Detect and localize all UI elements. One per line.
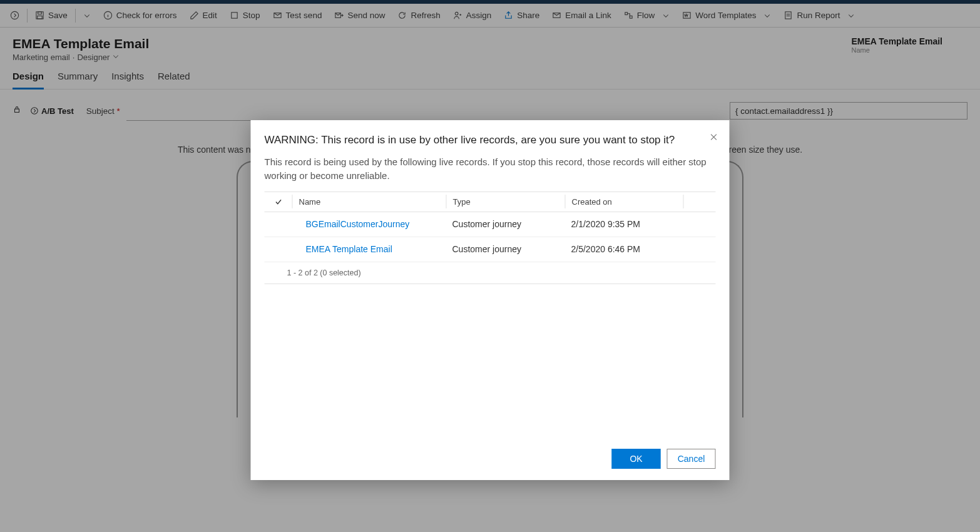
row-type: Customer journey xyxy=(446,244,565,254)
close-icon xyxy=(710,131,718,144)
select-all-column[interactable] xyxy=(265,198,292,206)
close-button[interactable] xyxy=(707,129,721,147)
table-row[interactable]: EMEA Template Email Customer journey 2/5… xyxy=(265,237,716,262)
row-type: Customer journey xyxy=(446,219,565,229)
grid-header: Name Type Created on xyxy=(265,192,716,212)
dialog-body: This record is being used by the followi… xyxy=(265,155,716,183)
row-created: 2/5/2020 6:46 PM xyxy=(565,244,684,254)
dialog-title: WARNING: This record is in use by other … xyxy=(265,134,716,146)
cancel-button[interactable]: Cancel xyxy=(667,449,716,469)
grid-footer: 1 - 2 of 2 (0 selected) xyxy=(265,262,716,284)
row-name-link[interactable]: EMEA Template Email xyxy=(292,244,446,254)
row-name-link[interactable]: BGEmailCustomerJourney xyxy=(292,219,446,229)
ok-button[interactable]: OK xyxy=(612,449,661,469)
column-type[interactable]: Type xyxy=(446,195,565,208)
related-records-grid: Name Type Created on BGEmailCustomerJour… xyxy=(265,192,716,262)
table-row[interactable]: BGEmailCustomerJourney Customer journey … xyxy=(265,212,716,237)
stop-warning-dialog: WARNING: This record is in use by other … xyxy=(251,120,730,480)
column-created[interactable]: Created on xyxy=(565,195,684,208)
row-created: 2/1/2020 9:35 PM xyxy=(565,219,684,229)
column-name[interactable]: Name xyxy=(292,195,446,208)
